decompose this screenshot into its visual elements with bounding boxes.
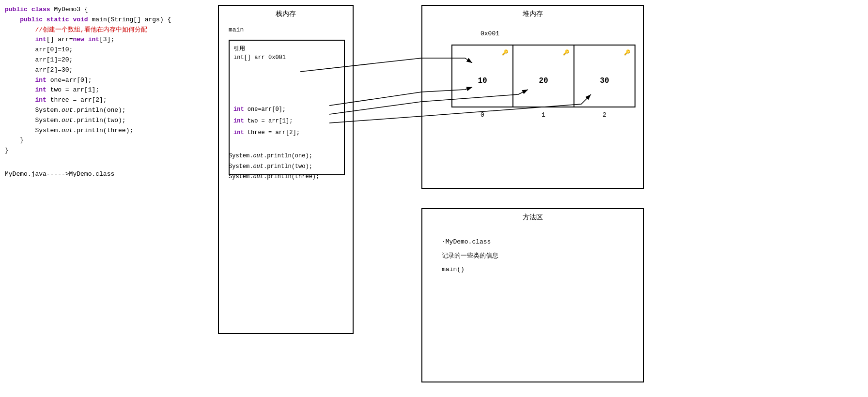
- stack-println-two: System.out.println(two);: [229, 162, 319, 172]
- stack-box: 栈内存 main 引用 int[] arr 0x001 int one=arr[…: [218, 5, 354, 334]
- stack-println-area: System.out.println(one); System.out.prin…: [229, 151, 319, 183]
- heap-value-2: 30: [600, 76, 609, 85]
- stack-title: 栈内存: [219, 6, 353, 22]
- heap-index-0: 0: [480, 111, 484, 119]
- method-line-0: ·MyDemo.class: [442, 235, 624, 249]
- heap-box: 堆内存 0x001 🔑 10 0 🔑 20 1 🔑 30 2: [421, 5, 644, 189]
- stack-var-one: int one=arr[0];: [233, 104, 300, 115]
- stack-ref-label: 引用: [233, 45, 245, 53]
- method-line-1: 记录的一些类的信息: [442, 249, 624, 263]
- heap-key-1: 🔑: [563, 49, 570, 56]
- method-title: 方法区: [422, 209, 643, 226]
- stack-arr-line: int[] arr 0x001: [233, 54, 286, 61]
- method-box: 方法区 ·MyDemo.class 记录的一些类的信息 main(): [421, 208, 644, 382]
- heap-array-container: 🔑 10 0 🔑 20 1 🔑 30 2: [451, 45, 636, 107]
- stack-println-one: System.out.println(one);: [229, 151, 319, 162]
- method-content: ·MyDemo.class 记录的一些类的信息 main(): [422, 226, 643, 287]
- stack-main-label: main: [219, 22, 353, 37]
- stack-var-two: int two = arr[1];: [233, 115, 300, 127]
- heap-key-2: 🔑: [624, 49, 631, 56]
- heap-addr-label: 0x001: [480, 30, 499, 37]
- file-note: MyDemo.java----->MyDemo.class: [5, 170, 208, 178]
- stack-println-three: System.out.println(three);: [229, 172, 319, 183]
- heap-value-1: 20: [539, 76, 548, 85]
- code-section: public class MyDemo3 { public static voi…: [5, 5, 208, 178]
- heap-title: 堆内存: [422, 6, 643, 22]
- method-line-2: main(): [442, 263, 624, 277]
- heap-index-1: 1: [542, 111, 545, 119]
- stack-vars-area: int one=arr[0]; int two = arr[1]; int th…: [233, 104, 300, 138]
- heap-value-0: 10: [478, 76, 487, 85]
- heap-key-0: 🔑: [502, 49, 509, 56]
- heap-cell-1: 🔑 20 1: [513, 46, 574, 107]
- heap-index-2: 2: [603, 111, 606, 119]
- stack-var-three: int three = arr[2];: [233, 127, 300, 138]
- heap-cell-0: 🔑 10 0: [452, 46, 513, 107]
- heap-cell-2: 🔑 30 2: [574, 46, 635, 107]
